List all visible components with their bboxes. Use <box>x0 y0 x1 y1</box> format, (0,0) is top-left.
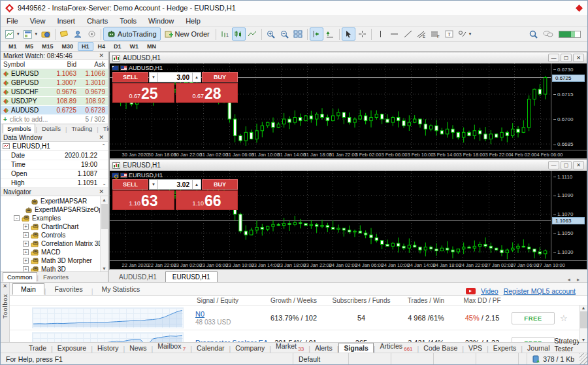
title-bar[interactable]: 9449562 - InstaForex-Server: Demo Accoun… <box>1 1 587 15</box>
bottom-tab-market[interactable]: Market 33 <box>271 341 308 353</box>
equidistant-channel-button[interactable]: E <box>415 27 429 41</box>
resize-grip[interactable] <box>580 353 587 364</box>
chart-tab-eurusd-h1[interactable]: EURUSD,H1 <box>165 271 218 283</box>
profiles-button[interactable]: ▾ <box>22 27 40 41</box>
bottom-tab-vps[interactable]: VPS <box>464 343 487 353</box>
horizontal-line-button[interactable] <box>387 27 401 41</box>
expand-icon[interactable]: + <box>23 266 29 271</box>
timeframe-m5[interactable]: M5 <box>22 42 38 51</box>
trendline-button[interactable] <box>401 27 415 41</box>
header-signal-equity[interactable]: Signal / Equity <box>10 297 269 304</box>
bottom-tab-exposure[interactable]: Exposure <box>53 343 91 353</box>
tab-common[interactable]: Common <box>3 272 37 282</box>
navigator-user-button[interactable] <box>71 27 85 41</box>
signal-button[interactable] <box>85 27 99 41</box>
menu-window[interactable]: Window <box>142 16 180 26</box>
register-mql5-link[interactable]: Register MQL5 account <box>504 287 576 295</box>
youtube-icon[interactable] <box>466 288 476 294</box>
sell-price[interactable]: 0.6725 <box>112 83 174 103</box>
free-button[interactable]: FREE <box>512 312 554 324</box>
header-trades-win[interactable]: Trades / Win <box>394 297 458 304</box>
market-watch-button[interactable] <box>57 27 71 41</box>
navigator-item[interactable]: +ChartInChart <box>1 222 108 231</box>
favorite-star-icon[interactable]: ☆ <box>560 313 576 323</box>
crosshair-button[interactable] <box>355 27 369 41</box>
status-profile[interactable]: Default <box>293 353 349 364</box>
toolbox-tab-main[interactable]: Main <box>12 283 44 295</box>
expand-icon[interactable]: + <box>23 249 29 255</box>
volume-field[interactable]: 3.02 <box>158 179 192 190</box>
video-link[interactable]: Video <box>481 287 498 295</box>
data-window-symbol-row[interactable]: EURUSD,H1 ⌃ <box>1 142 108 151</box>
navigator-item[interactable]: ExpertMAPSAR <box>1 197 108 205</box>
line-chart-mode-button[interactable] <box>246 27 259 41</box>
scroll-down-icon[interactable]: ⌄ <box>102 181 106 186</box>
scrollbar-thumb[interactable] <box>580 311 587 328</box>
scroll-down-icon[interactable]: ▼ <box>581 338 586 342</box>
bottom-tab-experts[interactable]: Experts <box>489 343 521 353</box>
tab-trading[interactable]: Trading <box>67 124 97 133</box>
menu-charts[interactable]: Charts <box>81 16 114 26</box>
volume-increase-button[interactable]: ▲ <box>192 72 201 82</box>
search-icon[interactable] <box>529 30 538 39</box>
column-symbol[interactable]: Symbol <box>3 61 48 68</box>
signals-scrollbar[interactable]: ▲ ▼ <box>579 305 587 342</box>
bottom-tab-mailbox[interactable]: Mailbox 7 <box>153 341 190 353</box>
navigator-item[interactable]: +Math 3D Morpher <box>1 256 108 265</box>
collapse-icon[interactable]: - <box>14 215 20 221</box>
sell-button[interactable]: SELL <box>112 179 148 190</box>
scroll-down-icon[interactable]: ▼ <box>102 265 106 271</box>
toolbox-tab-my-statistics[interactable]: My Statistics <box>93 283 148 295</box>
market-watch-row[interactable]: USDCHF0.96760.9679 <box>1 88 108 97</box>
navigator-item[interactable]: -Examples <box>1 214 108 222</box>
column-ask[interactable]: Ask <box>76 61 105 68</box>
bottom-tab-trade[interactable]: Trade <box>24 343 51 353</box>
tab-details[interactable]: Details <box>37 124 65 133</box>
bottom-tab-calendar[interactable]: Calendar <box>192 343 229 353</box>
buy-button[interactable]: BUY <box>202 179 238 190</box>
chart-plot[interactable]: EURUSD,H1SELL▼3.02▲BUY1.10631.1066 <box>110 171 551 260</box>
vertical-line-button[interactable] <box>374 27 387 41</box>
scrollbar-thumb[interactable] <box>101 204 108 229</box>
bottom-tab-articles[interactable]: Articles 661 <box>376 341 417 353</box>
autotrading-button[interactable]: AutoTrading <box>103 27 161 41</box>
timeframe-h4[interactable]: H4 <box>94 42 110 51</box>
expand-icon[interactable]: + <box>23 258 29 264</box>
market-watch-row[interactable]: AUDUSD0.67250.6728 <box>1 106 108 115</box>
volume-field[interactable]: 3.00 <box>158 72 192 82</box>
bottom-tab-code-base[interactable]: Code Base <box>419 343 462 353</box>
chart-tab-audusd-h1[interactable]: AUDUSD,H1 <box>112 271 164 283</box>
minimize-icon[interactable]: — <box>548 161 559 169</box>
tab-symbols[interactable]: Symbols <box>3 124 35 133</box>
maximize-icon[interactable]: ▢ <box>561 54 572 62</box>
volume-increase-button[interactable]: ▲ <box>192 179 201 190</box>
data-folder-button[interactable] <box>39 27 53 41</box>
signal-row[interactable]: Prospector Scalper EA201.54% / 912653 43… <box>10 330 587 342</box>
free-button[interactable]: FREE <box>512 337 554 343</box>
auto-scroll-button[interactable] <box>323 27 337 41</box>
bottom-tab-alerts[interactable]: Alerts <box>310 343 337 353</box>
buy-button[interactable]: BUY <box>202 72 238 82</box>
market-watch-header[interactable]: Market Watch: 08:45:46 ✕ <box>1 52 108 60</box>
navigator-item[interactable]: +MACD <box>1 248 108 256</box>
fibonacci-button[interactable]: F <box>429 27 442 41</box>
close-icon[interactable]: ✕ <box>97 134 105 141</box>
chat-icon[interactable] <box>543 30 553 38</box>
bottom-tab-journal[interactable]: Journal <box>523 343 554 353</box>
menu-view[interactable]: View <box>24 16 52 26</box>
bottom-tab-signals[interactable]: Signals <box>338 343 373 353</box>
data-window-header[interactable]: Data Window ✕ <box>1 133 108 142</box>
candlestick-mode-button[interactable] <box>232 27 246 41</box>
expand-icon[interactable]: + <box>23 224 29 230</box>
sell-button[interactable]: SELL <box>112 72 148 82</box>
shapes-button[interactable]: ▾ <box>456 27 474 41</box>
menu-insert[interactable]: Insert <box>51 16 81 26</box>
chart-plot[interactable]: AUDUSD,H1SELL▼3.00▲BUY0.67250.6728 <box>110 63 551 150</box>
menu-tools[interactable]: Tools <box>114 16 142 26</box>
chart-shift-button[interactable] <box>310 27 323 41</box>
scroll-up-icon[interactable]: ▲ <box>581 305 586 310</box>
signal-row[interactable]: N048 033 USD613.79% / 102544 968 /61%45%… <box>10 305 587 330</box>
timeframe-d1[interactable]: D1 <box>110 42 125 51</box>
timeframe-m15[interactable]: M15 <box>38 42 57 51</box>
favorite-star-icon[interactable]: ☆ <box>560 338 576 343</box>
